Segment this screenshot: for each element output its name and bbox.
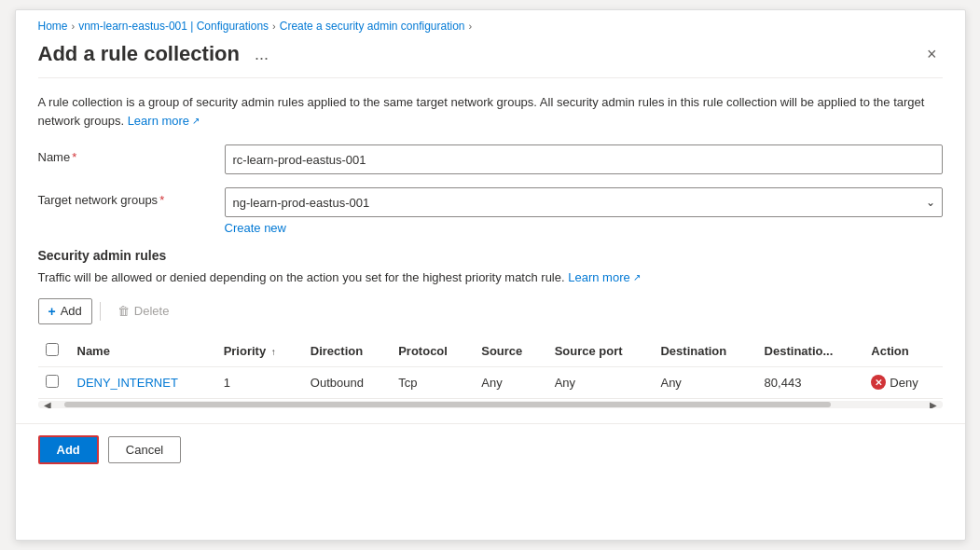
external-link-icon: ↗ [192, 114, 200, 128]
name-required-star: * [72, 150, 76, 164]
col-header-action: Action [862, 336, 942, 367]
add-label: Add [61, 304, 82, 318]
deny-internet-link[interactable]: DENY_INTERNET [77, 376, 178, 390]
target-required-star: * [159, 193, 164, 207]
row-checkbox-col [38, 366, 68, 398]
col-header-destination: Destination [651, 336, 754, 367]
table-body: DENY_INTERNET 1 Outbound Tcp Any Any Any… [38, 366, 943, 398]
breadcrumb: Home › vnm-learn-eastus-001 | Configurat… [16, 10, 965, 38]
main-panel: Home › vnm-learn-eastus-001 | Configurat… [15, 9, 966, 541]
add-button[interactable]: Add [38, 435, 99, 464]
close-button[interactable]: × [921, 42, 943, 66]
name-input[interactable] [225, 144, 943, 174]
col-header-source: Source [472, 336, 545, 367]
scroll-left-arrow[interactable]: ◀ [44, 401, 51, 408]
deny-badge: ✕ Deny [871, 375, 932, 390]
target-input-wrap: ng-learn-prod-eastus-001 ⌄ Create new [225, 187, 943, 235]
sort-icon: ↑ [271, 347, 276, 357]
horizontal-scrollbar[interactable]: ◀ ▶ [38, 401, 943, 408]
row-name: DENY_INTERNET [68, 366, 214, 398]
select-all-checkbox[interactable] [46, 343, 59, 356]
header-checkbox-col [38, 336, 68, 367]
rules-external-icon: ↗ [633, 270, 641, 284]
description-text: A rule collection is a group of security… [38, 93, 943, 130]
row-source-port: Any [545, 366, 652, 398]
panel-title-row: Add a rule collection ... [38, 42, 274, 66]
panel-header: Add a rule collection ... × [16, 38, 965, 77]
row-priority: 1 [214, 366, 301, 398]
rules-table-wrap: Name Priority ↑ Direction Protocol Sourc… [38, 336, 943, 408]
breadcrumb-sep1: › [72, 21, 76, 32]
target-label: Target network groups* [38, 187, 225, 207]
breadcrumb-current: Create a security admin configuration [280, 20, 465, 33]
col-header-priority[interactable]: Priority ↑ [214, 336, 301, 367]
panel-footer: Add Cancel [16, 423, 965, 475]
toolbar-divider [100, 302, 101, 321]
col-header-dest-port: Destinatio... [755, 336, 863, 367]
section-desc-text: Traffic will be allowed or denied depend… [38, 270, 565, 284]
rules-learn-more-link[interactable]: Learn more ↗ [568, 268, 640, 287]
row-direction: Outbound [301, 366, 389, 398]
name-field-row: Name* [38, 144, 943, 174]
form-section: Name* Target network groups* ng-learn-pr… [38, 144, 943, 235]
breadcrumb-sep2: › [272, 21, 276, 32]
cancel-button[interactable]: Cancel [108, 436, 181, 463]
row-destination: Any [651, 366, 754, 398]
delete-rule-button[interactable]: 🗑 Delete [108, 299, 179, 323]
row-protocol: Tcp [389, 366, 472, 398]
breadcrumb-sep3: › [469, 21, 473, 32]
name-input-wrap [225, 144, 943, 174]
security-rules-desc: Traffic will be allowed or denied depend… [38, 268, 943, 287]
row-checkbox[interactable] [46, 375, 59, 388]
scroll-right-arrow[interactable]: ▶ [930, 401, 937, 408]
panel-body: A rule collection is a group of security… [16, 78, 965, 423]
learn-more-text: Learn more [128, 112, 189, 131]
col-header-direction: Direction [301, 336, 389, 367]
delete-label: Delete [134, 304, 170, 318]
rules-toolbar: + Add 🗑 Delete [38, 298, 943, 324]
description-learn-more-link[interactable]: Learn more ↗ [128, 112, 200, 131]
col-header-source-port: Source port [545, 336, 652, 367]
create-new-link[interactable]: Create new [225, 221, 286, 235]
col-header-name: Name [68, 336, 214, 367]
scrollbar-thumb[interactable] [64, 402, 831, 407]
breadcrumb-config[interactable]: vnm-learn-eastus-001 | Configurations [78, 20, 269, 33]
ellipsis-button[interactable]: ... [249, 43, 274, 66]
action-label: Deny [890, 376, 918, 390]
table-row: DENY_INTERNET 1 Outbound Tcp Any Any Any… [38, 366, 943, 398]
table-header-row: Name Priority ↑ Direction Protocol Sourc… [38, 336, 943, 367]
rules-learn-more-text: Learn more [568, 268, 629, 287]
target-dropdown-wrap: ng-learn-prod-eastus-001 ⌄ [225, 187, 943, 217]
row-source: Any [472, 366, 545, 398]
breadcrumb-home[interactable]: Home [38, 20, 68, 33]
rules-table: Name Priority ↑ Direction Protocol Sourc… [38, 336, 943, 399]
row-action: ✕ Deny [862, 366, 942, 398]
col-header-protocol: Protocol [389, 336, 472, 367]
security-rules-title: Security admin rules [38, 248, 943, 263]
plus-icon: + [48, 304, 56, 319]
table-head: Name Priority ↑ Direction Protocol Sourc… [38, 336, 943, 367]
panel-title: Add a rule collection [38, 42, 240, 66]
row-dest-port: 80,443 [755, 366, 863, 398]
deny-icon: ✕ [871, 375, 886, 390]
trash-icon: 🗑 [117, 304, 130, 318]
add-rule-button[interactable]: + Add [38, 298, 92, 324]
target-groups-row: Target network groups* ng-learn-prod-eas… [38, 187, 943, 235]
target-dropdown[interactable]: ng-learn-prod-eastus-001 [225, 187, 943, 217]
name-label: Name* [38, 144, 225, 164]
